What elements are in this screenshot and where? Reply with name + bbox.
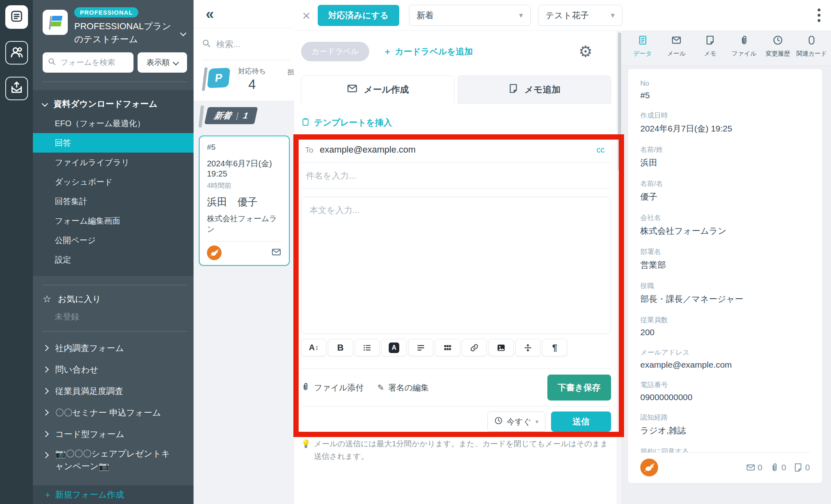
members-nav-button[interactable] xyxy=(5,41,28,65)
scrollbar-thumb[interactable] xyxy=(618,32,621,170)
sidebar-item-public-page[interactable]: 公開ページ xyxy=(33,230,194,250)
align-button[interactable] xyxy=(408,339,433,356)
memo-icon xyxy=(705,35,715,47)
sidebar-item-efo[interactable]: EFO（フォーム最適化） xyxy=(33,114,194,133)
card-contact-name: 浜田 優子 xyxy=(207,195,282,209)
edit-signature-link[interactable]: ✎ 署名の編集 xyxy=(377,382,429,393)
scrollbar[interactable] xyxy=(617,31,622,504)
mark-resolved-button[interactable]: 対応済みにする xyxy=(318,5,399,26)
status-select-value: 新着 xyxy=(417,10,434,21)
sort-order-label: 表示順 xyxy=(146,57,170,68)
sidebar-item-share-campaign[interactable]: 📷〇〇〇シェアプレゼントキャンペーン📷 xyxy=(33,445,194,473)
card-company: 株式会社フォームラン xyxy=(207,213,282,235)
tab-mail-compose[interactable]: メール作成 xyxy=(301,75,454,104)
field-created-at: 作成日時2024年6月7日(金) 19:25 xyxy=(640,111,810,134)
card-lane: 新着 | 1 #5 2024年6月7日(金) 19:25 4時間前 浜田 優子 … xyxy=(194,101,294,504)
sidebar-item-code-form[interactable]: コード型フォーム xyxy=(33,423,194,445)
compose-panel: カードラベル ＋ カードラベルを追加 ⚙ メール作成 xyxy=(294,31,617,504)
kebab-menu-icon[interactable] xyxy=(816,7,822,24)
card-datetime: 2024年6月7日(金) 19:25 xyxy=(207,158,282,179)
field-list: No#5 作成日時2024年6月7日(金) 19:25 名前/姓浜田 名前/名優… xyxy=(640,80,810,452)
sidebar-item-seminar-entry[interactable]: 〇〇セミナー 申込フォーム xyxy=(33,402,194,423)
assignee-avatar[interactable] xyxy=(640,459,658,476)
form-group-active: 資料ダウンロードフォーム EFO（フォーム最適化） 回答 ファイルライブラリ ダ… xyxy=(33,90,194,276)
send-button[interactable]: 送信 xyxy=(551,411,611,432)
recipient-row[interactable]: To example@example.com cc xyxy=(301,144,611,163)
clock-icon xyxy=(494,416,503,427)
sidebar-item-inquiry[interactable]: 問い合わせ xyxy=(33,359,194,380)
spacer-button[interactable] xyxy=(515,339,540,356)
team-header[interactable]: PROFESSIONAL PROFESSIONALプランのテストチーム xyxy=(33,0,194,46)
to-value: example@example.com xyxy=(320,144,416,155)
paragraph-button[interactable]: ¶ xyxy=(542,339,567,356)
sidebar-item-employee-satisfaction[interactable]: 従業員満足度調査 xyxy=(33,380,194,402)
star-icon: ☆ xyxy=(43,294,52,304)
tab-history[interactable]: 変更履歴 xyxy=(761,35,794,65)
column-status-label: 対応待ち xyxy=(238,67,266,76)
new-form-button[interactable]: ＋ 新規フォーム作成 xyxy=(33,485,194,504)
mail-icon[interactable] xyxy=(271,247,282,259)
detail-footer: 0 0 0 xyxy=(640,452,810,476)
sort-order-select[interactable]: 表示順 xyxy=(138,52,187,73)
collapse-panel-button[interactable]: « xyxy=(206,7,214,22)
highlight-button[interactable]: A xyxy=(381,339,407,356)
form-search-field[interactable] xyxy=(43,52,133,73)
image-button[interactable] xyxy=(489,339,514,356)
group-header[interactable]: 資料ダウンロードフォーム xyxy=(33,94,194,114)
favorites-header[interactable]: ☆ お気に入り xyxy=(33,285,194,305)
kanban-card[interactable]: #5 2024年6月7日(金) 19:25 4時間前 浜田 優子 株式会社フォー… xyxy=(199,136,290,266)
add-card-label-link[interactable]: ＋ カードラベルを追加 xyxy=(383,46,473,57)
tab-memo[interactable]: メモ xyxy=(693,35,727,65)
card-search-field[interactable] xyxy=(202,28,290,60)
subject-input[interactable] xyxy=(305,170,610,181)
tab-file[interactable]: ファイル xyxy=(727,35,761,65)
sidebar-item-form-editor[interactable]: フォーム編集画面 xyxy=(33,211,194,230)
inbox-nav-button[interactable] xyxy=(5,77,28,100)
sidebar-item-dashboard[interactable]: ダッシュボード xyxy=(33,172,194,192)
tab-related-cards[interactable]: 関連カード xyxy=(795,35,829,65)
tab-data[interactable]: データ xyxy=(626,35,659,65)
insert-template-link[interactable]: テンプレートを挿入 xyxy=(301,117,611,128)
card-search-input[interactable] xyxy=(215,39,272,50)
paperclip-icon xyxy=(301,382,310,393)
forms-nav-button[interactable] xyxy=(5,5,28,29)
field-no: No#5 xyxy=(640,80,810,100)
gear-icon[interactable]: ⚙ xyxy=(579,44,592,59)
attach-file-link[interactable]: ファイル添付 xyxy=(301,382,364,393)
tab-mail[interactable]: メール xyxy=(659,35,693,65)
chevron-down-icon xyxy=(180,30,187,37)
memo-count: 0 xyxy=(793,463,810,472)
status-select[interactable]: 新着 ▾ xyxy=(409,5,531,26)
mail-body-textarea[interactable] xyxy=(301,197,611,334)
field-department: 部署名営業部 xyxy=(640,247,810,271)
sidebar-item-answer-summary[interactable]: 回答集計 xyxy=(33,192,194,211)
cc-toggle[interactable]: cc xyxy=(596,145,605,155)
send-timing-select[interactable]: 今すぐ ▾ xyxy=(487,411,545,432)
plus-icon: ＋ xyxy=(383,46,392,57)
chevron-right-icon xyxy=(43,431,49,437)
to-label: To xyxy=(305,146,313,155)
field-phone: 電話番号09000000000 xyxy=(640,380,810,402)
close-icon[interactable]: × xyxy=(302,9,310,22)
bold-button[interactable]: B xyxy=(328,339,353,356)
table-button[interactable] xyxy=(435,339,460,356)
status-columns-header: P 対応待ち 4 担 xyxy=(194,60,294,101)
font-size-button[interactable]: A↕ xyxy=(301,339,326,356)
link-button[interactable] xyxy=(462,339,487,356)
sidebar-item-file-library[interactable]: ファイルライブラリ xyxy=(33,153,194,172)
sidebar-item-settings[interactable]: 設定 xyxy=(33,250,194,269)
tab-memo-add[interactable]: メモ追加 xyxy=(458,75,611,104)
data-icon xyxy=(637,35,648,47)
bullet-list-button[interactable] xyxy=(355,339,380,356)
assignee-select[interactable]: テスト花子 ▾ xyxy=(538,5,622,26)
form-search-input[interactable] xyxy=(60,58,129,67)
sidebar-item-internal-survey[interactable]: 社内調査フォーム xyxy=(33,337,194,359)
board-column: « P 対応待ち 4 担 新着 | xyxy=(194,0,294,504)
chevron-down-icon xyxy=(42,101,48,107)
field-agree-terms: 規約に同意する同意する xyxy=(640,447,810,452)
field-company: 会社名株式会社フォームラン xyxy=(640,213,810,237)
team-name: PROFESSIONALプランのテストチーム xyxy=(74,20,176,46)
save-draft-button[interactable]: 下書き保存 xyxy=(547,375,611,401)
column-status[interactable]: 対応待ち 4 xyxy=(238,67,266,92)
sidebar-item-answers[interactable]: 回答 xyxy=(33,133,194,153)
